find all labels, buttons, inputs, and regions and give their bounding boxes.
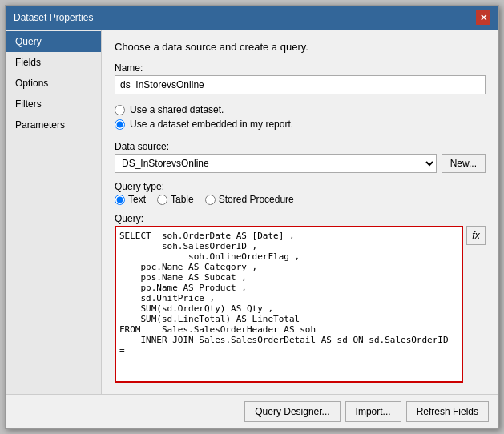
sidebar-item-fields[interactable]: Fields [6, 52, 101, 73]
datasource-section: Data source: DS_InStorevsOnline New... [115, 141, 486, 173]
query-type-table-radio[interactable] [157, 195, 167, 205]
query-type-stored-radio[interactable] [205, 195, 216, 205]
dataset-type-group: Use a shared dataset. Use a dataset embe… [115, 104, 486, 130]
title-bar: Dataset Properties ✕ [6, 6, 498, 30]
query-type-label: Query type: [115, 181, 486, 192]
sidebar-item-query[interactable]: Query [6, 31, 101, 52]
query-type-options: Text Table Stored Procedure [115, 194, 486, 205]
dialog-title: Dataset Properties [14, 12, 93, 23]
query-box-wrapper: fx [115, 226, 486, 383]
name-section: Name: [115, 62, 486, 94]
datasource-select[interactable]: DS_InStorevsOnline [115, 154, 437, 173]
shared-dataset-label: Use a shared dataset. [130, 104, 224, 115]
new-button[interactable]: New... [442, 154, 486, 173]
sidebar-item-options[interactable]: Options [6, 73, 101, 94]
sidebar-item-filters[interactable]: Filters [6, 94, 101, 115]
query-type-text-option[interactable]: Text [115, 194, 146, 205]
shared-dataset-radio[interactable]: Use a shared dataset. [115, 104, 486, 115]
datasource-row: DS_InStorevsOnline New... [115, 154, 486, 173]
page-instructions: Choose a data source and create a query. [115, 41, 486, 53]
refresh-fields-button[interactable]: Refresh Fields [406, 401, 489, 422]
dataset-properties-dialog: Dataset Properties ✕ Query Fields Option… [5, 5, 499, 429]
query-section: Query: fx [115, 213, 486, 383]
name-input[interactable] [115, 75, 486, 94]
query-type-section: Query type: Text Table Stored Procedure [115, 181, 486, 207]
query-type-text-label: Text [128, 194, 146, 205]
embedded-dataset-radio-input[interactable] [115, 119, 125, 130]
query-textarea[interactable] [115, 226, 463, 383]
query-label: Query: [115, 213, 486, 224]
import-button[interactable]: Import... [345, 401, 401, 422]
query-type-text-radio[interactable] [115, 195, 125, 205]
query-type-stored-label: Stored Procedure [219, 194, 294, 205]
main-content: Choose a data source and create a query.… [102, 30, 498, 394]
shared-dataset-radio-input[interactable] [115, 105, 125, 115]
bottom-button-bar: Query Designer... Import... Refresh Fiel… [6, 394, 498, 428]
sidebar-item-parameters[interactable]: Parameters [6, 115, 101, 135]
close-button[interactable]: ✕ [476, 10, 490, 25]
query-type-stored-option[interactable]: Stored Procedure [205, 194, 294, 205]
sidebar: Query Fields Options Filters Parameters [6, 30, 102, 394]
name-label: Name: [115, 62, 486, 74]
query-type-table-label: Table [171, 194, 194, 205]
query-designer-button[interactable]: Query Designer... [244, 401, 340, 422]
embedded-dataset-label: Use a dataset embedded in my report. [130, 119, 293, 130]
datasource-label: Data source: [115, 141, 486, 152]
embedded-dataset-radio[interactable]: Use a dataset embedded in my report. [115, 119, 486, 130]
fx-button[interactable]: fx [466, 226, 486, 245]
dialog-body: Query Fields Options Filters Parameters … [6, 30, 498, 394]
query-type-table-option[interactable]: Table [157, 194, 194, 205]
